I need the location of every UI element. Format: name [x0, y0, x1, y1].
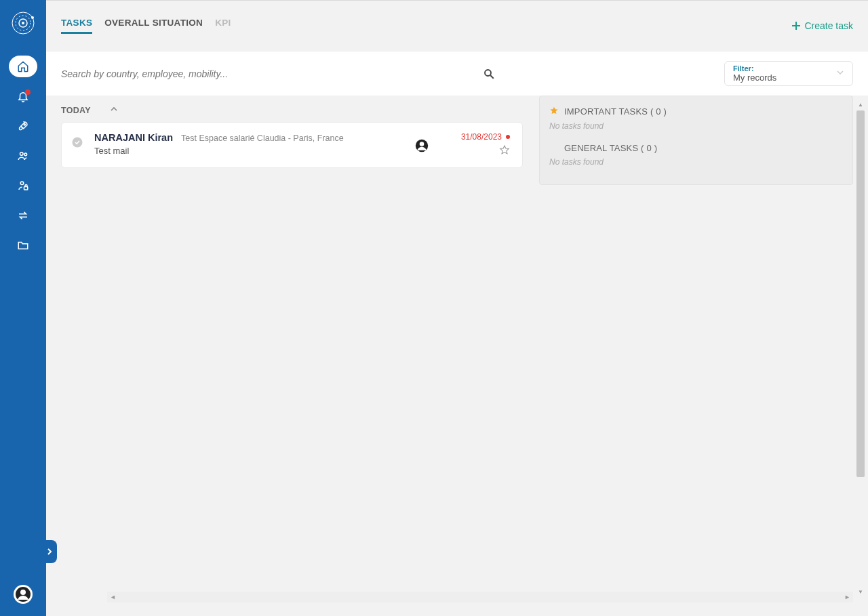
scroll-up-arrow[interactable]: ▲ [858, 101, 863, 109]
task-main: NARAJANI Kiran Test Espace salarié Claud… [94, 132, 404, 156]
plus-icon [792, 22, 800, 30]
nav-rocket[interactable] [9, 115, 37, 137]
svg-line-15 [490, 75, 494, 79]
task-date-text: 31/08/2023 [461, 132, 502, 142]
star-icon [549, 106, 559, 117]
svg-point-8 [20, 182, 24, 185]
important-tasks-section: IMPORTANT TASKS ( 0 ) No tasks found [549, 103, 843, 140]
tasks-column: TODAY NARAJANI Kiran Test Espace salarié… [46, 96, 523, 604]
user-avatar[interactable] [14, 585, 33, 604]
folder-icon [17, 239, 29, 251]
svg-point-7 [24, 153, 27, 156]
main-body: TODAY NARAJANI Kiran Test Espace salarié… [46, 96, 868, 604]
general-tasks-title: GENERAL TASKS ( 0 ) [549, 143, 843, 153]
create-task-label: Create task [804, 20, 853, 31]
avatar-icon [15, 586, 31, 602]
svg-point-18 [420, 142, 425, 146]
task-complete-toggle[interactable] [71, 136, 83, 151]
chevron-up-icon [110, 105, 118, 113]
rocket-icon [17, 120, 29, 132]
task-right: 31/08/2023 [415, 132, 510, 158]
collapse-today-button[interactable] [110, 105, 118, 115]
tab-kpi: KPI [215, 18, 231, 34]
important-tasks-empty: No tasks found [549, 117, 843, 138]
scroll-thumb[interactable] [856, 110, 865, 477]
task-description: Test Espace salarié Claudia - Paris, Fra… [181, 134, 344, 143]
search-row: Filter: My records [46, 52, 868, 96]
task-employee-name: NARAJANI Kiran [94, 132, 173, 143]
svg-point-3 [22, 22, 24, 24]
notification-dot [25, 89, 31, 95]
star-outline-icon [499, 144, 510, 155]
task-star-toggle[interactable] [461, 144, 510, 158]
filter-value: My records [733, 73, 836, 83]
right-panel: IMPORTANT TASKS ( 0 ) No tasks found GEN… [539, 96, 853, 185]
check-circle-icon [71, 136, 83, 148]
app-logo [9, 9, 37, 37]
overdue-indicator [506, 135, 510, 139]
sidebar-footer [0, 585, 46, 604]
task-row-1: NARAJANI Kiran Test Espace salarié Claud… [94, 132, 404, 143]
important-tasks-label: IMPORTANT TASKS ( 0 ) [564, 106, 667, 117]
header: TASKS OVERALL SITUATION KPI Create task [46, 0, 868, 52]
scroll-right-arrow[interactable]: ► [842, 594, 853, 600]
tab-overall-situation[interactable]: OVERALL SITUATION [104, 18, 203, 34]
home-icon [17, 60, 29, 73]
users-icon [16, 150, 30, 162]
general-tasks-empty: No tasks found [549, 153, 843, 173]
tab-tasks[interactable]: TASKS [61, 18, 92, 34]
search-icon[interactable] [483, 68, 495, 80]
tabs: TASKS OVERALL SITUATION KPI [61, 18, 231, 34]
svg-point-16 [73, 138, 83, 148]
today-section-header: TODAY [61, 96, 523, 122]
svg-rect-13 [792, 25, 800, 26]
right-scrollbar[interactable]: ▲ ▼ [856, 101, 865, 596]
svg-point-4 [31, 16, 34, 19]
horizontal-scrollbar[interactable]: ◄ ► [107, 592, 853, 602]
nav-user-lock[interactable] [9, 175, 37, 197]
sidebar [0, 0, 46, 616]
important-tasks-title: IMPORTANT TASKS ( 0 ) [549, 106, 843, 117]
nav-folder[interactable] [9, 234, 37, 256]
task-date: 31/08/2023 [461, 132, 510, 142]
general-tasks-label: GENERAL TASKS ( 0 ) [564, 143, 657, 153]
filter-label: Filter: [733, 64, 836, 73]
filter-dropdown[interactable]: Filter: My records [724, 61, 853, 86]
create-task-button[interactable]: Create task [792, 20, 853, 31]
filter-text: Filter: My records [733, 64, 836, 83]
svg-point-11 [20, 590, 26, 595]
nav-transfers[interactable] [9, 205, 37, 226]
chevron-down-icon [836, 68, 844, 79]
general-tasks-section: GENERAL TASKS ( 0 ) No tasks found [549, 140, 843, 176]
nav-users[interactable] [9, 145, 37, 167]
search-container [61, 68, 495, 80]
avatar-icon [415, 139, 429, 152]
search-input[interactable] [61, 68, 477, 79]
task-meta: 31/08/2023 [461, 132, 510, 158]
svg-rect-9 [24, 187, 28, 190]
task-assignee-avatar[interactable] [415, 139, 429, 155]
svg-point-5 [24, 124, 25, 125]
transfer-icon [17, 209, 29, 222]
scroll-down-arrow[interactable]: ▼ [858, 588, 863, 596]
svg-point-14 [485, 70, 491, 76]
today-label: TODAY [61, 106, 91, 115]
right-column: IMPORTANT TASKS ( 0 ) No tasks found GEN… [539, 96, 868, 604]
user-lock-icon [17, 180, 29, 192]
scroll-left-arrow[interactable]: ◄ [107, 594, 119, 600]
nav-home[interactable] [9, 56, 37, 77]
content: Filter: My records TODAY [46, 52, 868, 604]
nav-notifications[interactable] [9, 85, 37, 107]
task-card[interactable]: NARAJANI Kiran Test Espace salarié Claud… [61, 122, 523, 168]
svg-point-6 [20, 152, 24, 156]
task-subject: Test mail [94, 146, 404, 156]
